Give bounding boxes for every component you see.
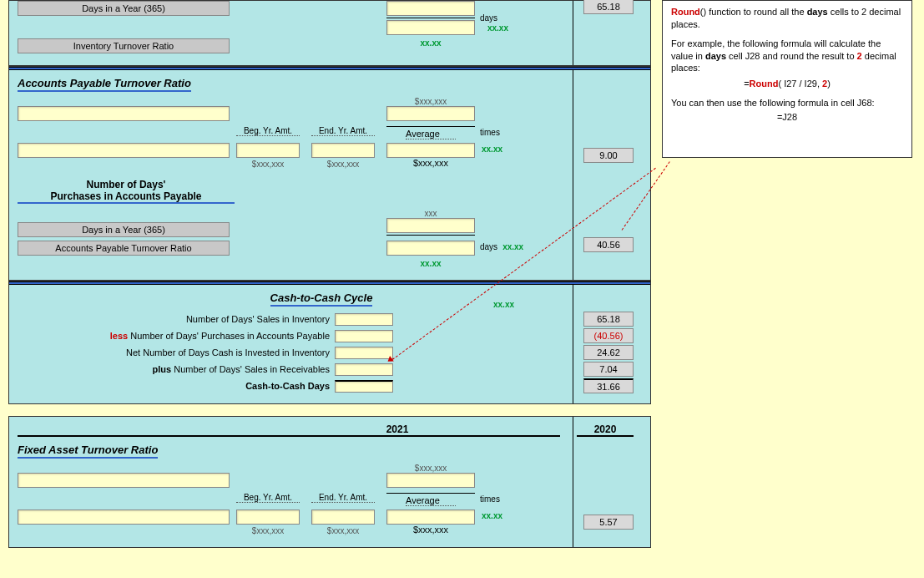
ap-days-result: 40.56	[583, 237, 634, 252]
year-2020-header: 2020	[577, 423, 634, 437]
ap-turnover-ratio-label: Accounts Payable Turnover Ratio	[18, 241, 230, 256]
ctoc-val-1: (40.56)	[583, 328, 634, 343]
num-days-heading-2: Purchases in Accounts Payable	[18, 190, 235, 204]
fa-frac-num[interactable]	[386, 473, 475, 488]
ap-frac-num[interactable]	[386, 106, 475, 121]
end-amt-input[interactable]	[311, 143, 375, 158]
ctoc-heading: Cash-to-Cash Cycle	[270, 292, 373, 307]
section-cash-to-cash: Cash-to-Cash Cycle xx.xx Number of Days'…	[9, 285, 650, 403]
days-frac-num[interactable]	[386, 218, 475, 233]
beg-amt-input[interactable]	[236, 143, 300, 158]
ap-frac-den[interactable]	[386, 143, 475, 158]
ctoc-rows: Number of Days' Sales in Inventory 65.18…	[18, 312, 642, 393]
ctoc-in-1[interactable]	[335, 330, 393, 342]
fa-frac-den[interactable]	[386, 510, 475, 525]
help-panel: Round() function to round all the days c…	[662, 0, 912, 158]
fixed-asset-heading: Fixed Asset Turnover Ratio	[18, 444, 158, 459]
ap-input-1[interactable]	[18, 106, 230, 121]
inv-turnover-label: Inventory Turnover Ratio	[18, 38, 230, 53]
ctoc-in-4[interactable]	[335, 380, 393, 393]
frac-num-input[interactable]	[386, 1, 475, 16]
days-unit: days	[480, 13, 497, 23]
fa-input-2[interactable]	[18, 510, 230, 525]
section-fixed-asset: 2021 2020 Fixed Asset Turnover Ratio $xx…	[8, 416, 651, 548]
inventory-days-result: 65.18	[583, 0, 634, 14]
year-2021-header: 2021	[235, 423, 560, 437]
ctoc-val-2: 24.62	[583, 345, 634, 360]
frac-den-input[interactable]	[386, 20, 475, 35]
ctoc-in-3[interactable]	[335, 363, 393, 376]
ctoc-val-3: 7.04	[583, 362, 634, 377]
fa-beg-input[interactable]	[236, 510, 300, 525]
days-frac-den[interactable]	[386, 241, 475, 256]
ctoc-val-4: 31.66	[583, 378, 634, 393]
fa-end-input[interactable]	[311, 510, 375, 525]
xx-placeholder: xx.xx	[386, 38, 475, 48]
section-inventory-days: Days in a Year (365) days 65.18 Inventor…	[9, 1, 650, 67]
ctoc-in-0[interactable]	[335, 313, 393, 326]
ctoc-in-2[interactable]	[335, 347, 393, 359]
worksheet-container: Days in a Year (365) days 65.18 Inventor…	[8, 0, 651, 404]
days-year-label: Days in a Year (365)	[18, 1, 230, 16]
num-days-heading-1: Number of Days'	[18, 179, 235, 190]
section-ap-turnover: Accounts Payable Turnover Ratio $xxx,xxx…	[9, 70, 650, 281]
ap-turnover-heading: Accounts Payable Turnover Ratio	[18, 77, 191, 92]
ap-input-2[interactable]	[18, 143, 230, 158]
days-365-label: Days in a Year (365)	[18, 222, 230, 237]
ctoc-val-0: 65.18	[583, 312, 634, 327]
fa-input-1[interactable]	[18, 473, 230, 488]
